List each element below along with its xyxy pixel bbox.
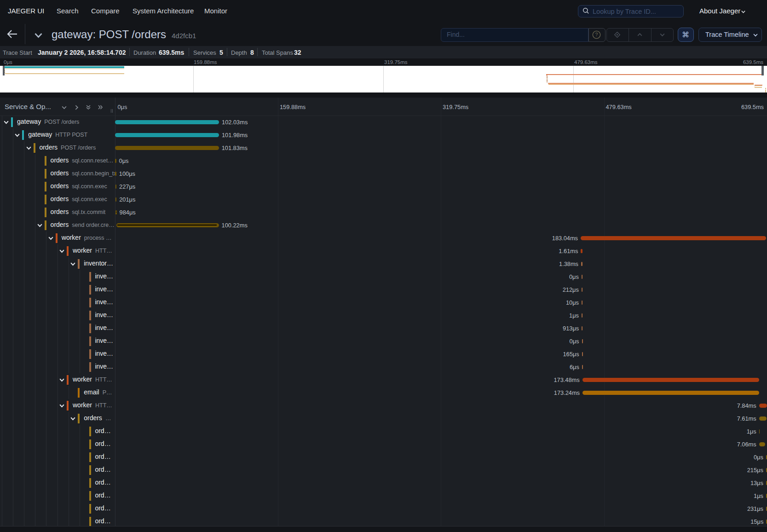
svg-text:?: ?	[595, 32, 598, 37]
